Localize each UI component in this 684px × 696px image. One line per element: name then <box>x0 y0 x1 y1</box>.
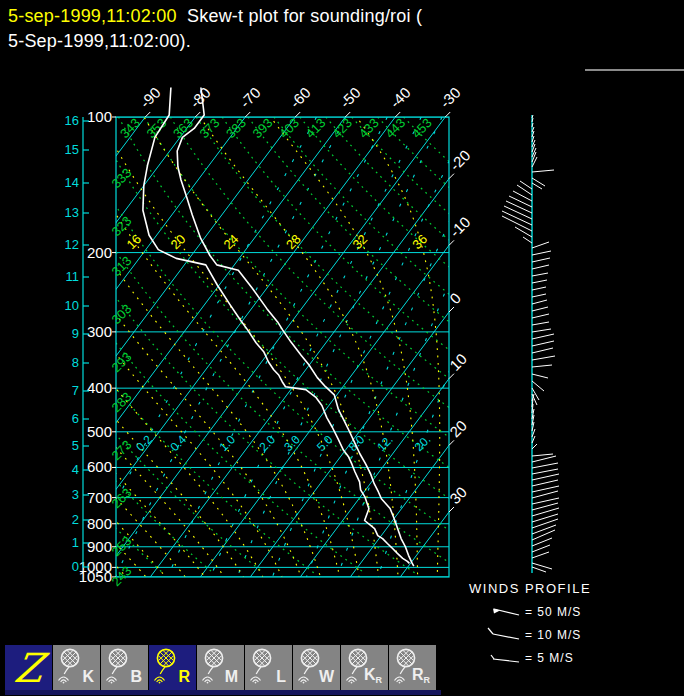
svg-text:-10: -10 <box>446 213 473 240</box>
dewpoint-trace <box>143 88 410 564</box>
svg-text:7: 7 <box>72 383 79 398</box>
svg-text:423: 423 <box>329 115 355 141</box>
svg-text:-20: -20 <box>446 146 473 173</box>
isotherm-lines <box>0 117 684 577</box>
svg-text:20.: 20. <box>412 432 434 454</box>
svg-text:293: 293 <box>109 349 135 375</box>
svg-text:32: 32 <box>350 231 371 252</box>
svg-text:-50: -50 <box>336 84 363 111</box>
svg-text:600: 600 <box>87 458 112 475</box>
svg-text:3.0: 3.0 <box>281 432 303 454</box>
svg-text:12.: 12. <box>374 432 396 454</box>
svg-text:24: 24 <box>221 231 242 252</box>
svg-text:-80: -80 <box>186 84 213 111</box>
moist-adiabat-labels: 162024283236 <box>123 231 430 252</box>
svg-text:1.0: 1.0 <box>216 432 238 454</box>
svg-text:303: 303 <box>109 301 135 327</box>
legend-label: = 50 M/S <box>525 605 581 619</box>
svg-text:263: 263 <box>109 485 135 511</box>
toolbar-shadow-strip <box>5 690 441 695</box>
svg-text:1: 1 <box>72 535 79 550</box>
title-timestamp: 5-sep-1999,11:02:00 <box>8 6 177 26</box>
svg-text:-90: -90 <box>136 84 163 111</box>
svg-text:800: 800 <box>87 515 112 532</box>
svg-text:343: 343 <box>117 115 143 141</box>
toolbar-button-label: R <box>178 669 190 685</box>
pennant-barb-icon <box>487 604 521 619</box>
svg-text:0: 0 <box>72 559 79 574</box>
svg-text:313: 313 <box>109 253 135 279</box>
toolbar-button-logo[interactable]: Z <box>5 645 52 691</box>
svg-text:16: 16 <box>123 231 144 252</box>
svg-text:900: 900 <box>87 538 112 555</box>
toolbar-button-w[interactable]: W <box>293 645 340 691</box>
winds-profile-title: WINDS PROFILE <box>469 581 591 596</box>
svg-text:28: 28 <box>283 231 304 252</box>
svg-text:2: 2 <box>72 512 79 527</box>
toolbar-button-label: W <box>319 669 334 685</box>
svg-text:5: 5 <box>72 438 79 453</box>
svg-text:413: 413 <box>303 115 329 141</box>
svg-text:-60: -60 <box>286 84 313 111</box>
svg-text:15: 15 <box>65 142 79 157</box>
wind-profile <box>502 115 559 573</box>
title-text: Skew-t plot for sounding/roi ( <box>177 6 423 26</box>
svg-text:393: 393 <box>250 115 276 141</box>
svg-text:13: 13 <box>65 205 79 220</box>
toolbar-button-sublabel: R <box>424 675 431 685</box>
toolbar-button-rr[interactable]: RR <box>389 645 436 691</box>
svg-text:200: 200 <box>87 244 112 261</box>
isotherm-labels-top: -90-80-70-60-50-40-30 <box>136 84 463 117</box>
svg-text:0.2: 0.2 <box>133 432 155 454</box>
svg-text:333: 333 <box>109 165 135 191</box>
skewt-app-window: 5-sep-1999,11:02:00 Skew-t plot for soun… <box>0 0 684 696</box>
radiosonde-balloon-icon <box>248 647 278 685</box>
svg-text:-40: -40 <box>386 84 413 111</box>
full-barb-icon <box>487 627 521 642</box>
toolbar-button-label: KR <box>364 667 382 685</box>
height-axis: 161514131211109876543210 <box>65 113 89 574</box>
legend-label: = 5 M/S <box>525 651 574 665</box>
svg-text:283: 283 <box>109 389 135 415</box>
toolbar-button-m[interactable]: M <box>197 645 244 691</box>
svg-text:400: 400 <box>87 379 112 396</box>
svg-text:20: 20 <box>446 417 470 441</box>
toolbar-button-l[interactable]: L <box>245 645 292 691</box>
toolbar-button-label: K <box>82 669 94 685</box>
svg-text:300: 300 <box>87 323 112 340</box>
svg-text:11: 11 <box>66 269 80 284</box>
svg-text:353: 353 <box>143 115 169 141</box>
svg-text:453: 453 <box>409 115 435 141</box>
svg-text:700: 700 <box>87 489 112 506</box>
toolbar: ZKBRMLWKRRR <box>5 645 436 691</box>
svg-text:1050: 1050 <box>79 568 112 585</box>
svg-text:100: 100 <box>87 108 112 125</box>
mixing-ratio-labels: 0.20.41.02.03.05.08.012.20. <box>133 432 433 454</box>
legend-label: = 10 M/S <box>525 628 581 642</box>
skewt-chart: 1002003004005006007008009001000105016151… <box>0 60 684 645</box>
svg-text:12: 12 <box>65 237 79 252</box>
toolbar-button-kr[interactable]: KR <box>341 645 388 691</box>
dry-adiabat-labels: 2432532632732832933033133233333433533633… <box>109 115 435 589</box>
toolbar-button-sublabel: R <box>376 675 383 685</box>
svg-text:30: 30 <box>446 483 470 507</box>
toolbar-button-label: B <box>130 669 142 685</box>
toolbar-button-k[interactable]: K <box>53 645 100 691</box>
toolbar-button-r[interactable]: R <box>149 645 196 691</box>
moist-adiabat-lines <box>0 85 440 577</box>
z-logo-icon: Z <box>12 648 45 688</box>
svg-text:20: 20 <box>168 231 189 252</box>
legend-row-50ms: = 50 M/S <box>487 600 581 623</box>
svg-text:8: 8 <box>72 355 79 370</box>
legend-row-5ms: = 5 M/S <box>487 646 581 669</box>
toolbar-button-b[interactable]: B <box>101 645 148 691</box>
wind-legend: = 50 M/S = 10 M/S = 5 M/S <box>487 600 581 669</box>
svg-text:5.0: 5.0 <box>314 432 336 454</box>
svg-text:10: 10 <box>446 350 470 374</box>
svg-text:16: 16 <box>65 113 79 128</box>
window-title: 5-sep-1999,11:02:00 Skew-t plot for soun… <box>8 4 668 54</box>
isobar-lines <box>116 117 449 577</box>
toolbar-button-label: RR <box>412 667 430 685</box>
svg-text:6: 6 <box>72 411 79 426</box>
svg-text:0.4: 0.4 <box>167 432 189 454</box>
